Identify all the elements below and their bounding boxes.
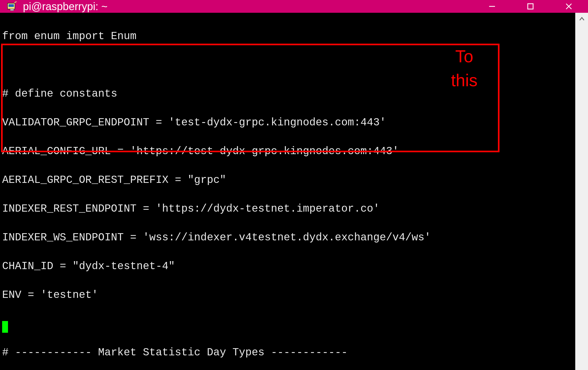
close-button[interactable] (550, 0, 588, 13)
annotation-text-to: To (455, 46, 473, 67)
window-title: pi@raspberrypi: ~ (23, 1, 107, 13)
maximize-button[interactable] (511, 0, 550, 13)
code-line: AERIAL_GRPC_OR_REST_PREFIX = "grpc" (2, 173, 575, 187)
code-line: # define constants (2, 87, 575, 101)
terminal[interactable]: from enum import Enum # define constants… (0, 13, 575, 370)
code-line: AERIAL_CONFIG_URL = 'https://test-dydx-g… (2, 144, 575, 159)
putty-window: pi@raspberrypi: ~ from enum import Enum … (0, 0, 588, 370)
code-line (2, 317, 575, 331)
scroll-up-button[interactable] (575, 13, 588, 26)
scrollbar-track[interactable] (575, 26, 588, 370)
terminal-cursor (2, 321, 8, 333)
content-area: from enum import Enum # define constants… (0, 13, 588, 370)
code-line: INDEXER_WS_ENDPOINT = 'wss://indexer.v4t… (2, 231, 575, 245)
minimize-button[interactable] (473, 0, 511, 13)
putty-icon (5, 0, 18, 13)
code-line: from enum import Enum (2, 29, 575, 44)
svg-rect-2 (10, 9, 14, 11)
code-line: # ------------ Market Statistic Day Type… (2, 346, 575, 360)
svg-line-3 (14, 2, 17, 3)
code-line: INDEXER_REST_ENDPOINT = 'https://dydx-te… (2, 202, 575, 216)
code-line: CHAIN_ID = "dydx-testnet-4" (2, 259, 575, 274)
scrollbar[interactable] (575, 13, 588, 370)
code-line (2, 58, 575, 72)
annotation-text-this: this (451, 70, 478, 91)
svg-rect-5 (528, 4, 533, 9)
svg-rect-1 (9, 4, 14, 7)
window-controls (473, 0, 588, 13)
code-line: ENV = 'testnet' (2, 288, 575, 302)
code-line: VALIDATOR_GRPC_ENDPOINT = 'test-dydx-grp… (2, 116, 575, 130)
titlebar[interactable]: pi@raspberrypi: ~ (0, 0, 588, 13)
